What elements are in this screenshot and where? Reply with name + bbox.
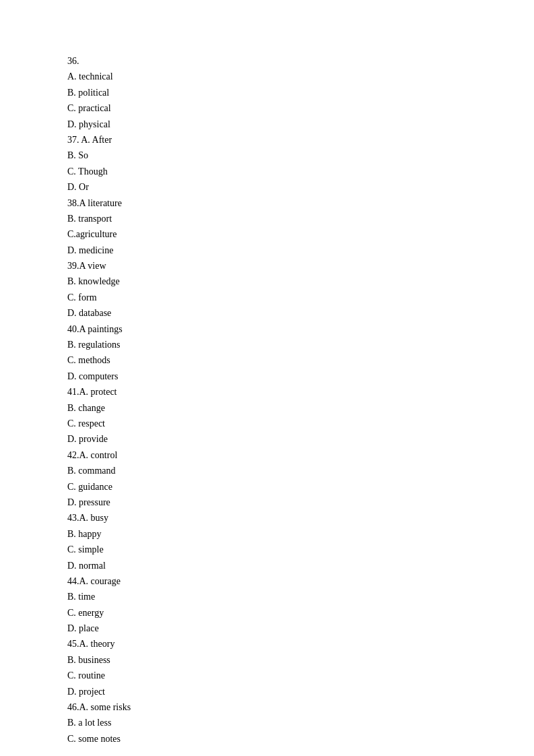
question-number: 37. A. After <box>67 133 467 148</box>
option-item: C. energy <box>67 606 467 621</box>
option-item: C. some notes <box>67 732 467 747</box>
option-item: B. political <box>67 86 467 100</box>
main-content: 36.A. technicalB. politicalC. practicalD… <box>67 54 467 747</box>
option-item: B. change <box>67 401 467 416</box>
option-item: B. a lot less <box>67 716 467 730</box>
option-item: D. project <box>67 685 467 699</box>
option-item: D. medicine <box>67 243 467 258</box>
option-item: C. methods <box>67 353 467 368</box>
question-number: 41.A. protect <box>67 385 467 400</box>
question-number: 42.A. control <box>67 448 467 463</box>
option-item: C. simple <box>67 542 467 557</box>
option-item: B. business <box>67 653 467 668</box>
question-number: 40.A paintings <box>67 322 467 337</box>
option-item: C. respect <box>67 416 467 431</box>
option-item: D. place <box>67 621 467 636</box>
question-number: 46.A. some risks <box>67 700 467 715</box>
option-item: B. regulations <box>67 338 467 352</box>
option-item: D. normal <box>67 559 467 573</box>
option-item: B. time <box>67 590 467 604</box>
question-number: 39.A view <box>67 259 467 274</box>
option-item: D. computers <box>67 369 467 384</box>
option-item: D. physical <box>67 117 467 132</box>
option-item: C. routine <box>67 668 467 683</box>
option-item: B. transport <box>67 212 467 226</box>
question-number: 44.A. courage <box>67 574 467 589</box>
question-number: 38.A literature <box>67 196 467 211</box>
option-item: D. pressure <box>67 495 467 510</box>
option-item: B. So <box>67 148 467 163</box>
option-item: D. database <box>67 306 467 321</box>
question-number: 36. <box>67 54 467 69</box>
option-item: C. Though <box>67 164 467 179</box>
option-item: C. form <box>67 290 467 305</box>
question-number: 43.A. busy <box>67 511 467 526</box>
option-item: B. knowledge <box>67 274 467 289</box>
option-item: A. technical <box>67 69 467 84</box>
option-item: D. Or <box>67 180 467 195</box>
option-item: B. happy <box>67 527 467 542</box>
option-item: C. practical <box>67 101 467 116</box>
option-item: B. command <box>67 464 467 478</box>
option-item: C.agriculture <box>67 227 467 242</box>
question-number: 45.A. theory <box>67 637 467 652</box>
option-item: D. provide <box>67 432 467 447</box>
option-item: C. guidance <box>67 480 467 495</box>
